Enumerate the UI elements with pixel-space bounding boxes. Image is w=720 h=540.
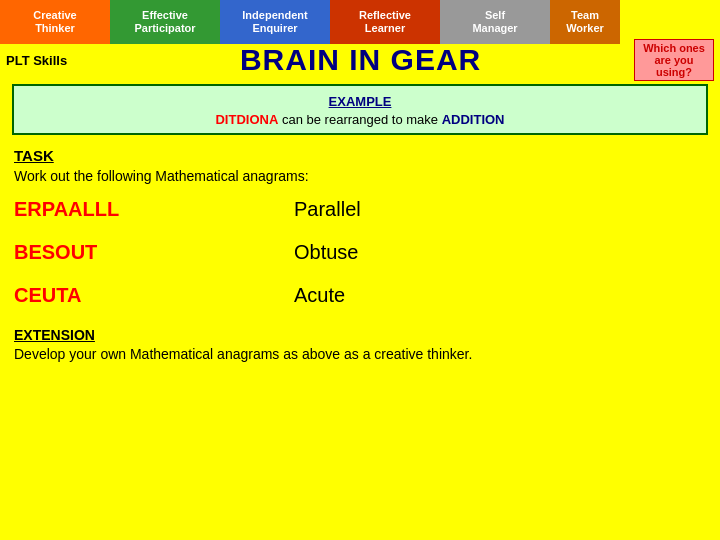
anagram-word-1: ERPAALLL — [14, 198, 234, 221]
which-ones-box: Which ones are you using? — [634, 39, 714, 81]
nav-team-worker[interactable]: Team Worker — [550, 0, 620, 44]
nav-reflective-learner[interactable]: Reflective Learner — [330, 0, 440, 44]
anagram-row-2: BESOUT Obtuse — [14, 241, 706, 264]
top-navigation: Creative Thinker Effective Participator … — [0, 0, 720, 44]
page-title: BRAIN IN GEAR — [87, 43, 634, 77]
ditdiona-word: DITDIONA — [215, 112, 278, 127]
task-label: TASK — [14, 147, 706, 164]
anagram-answer-2: Obtuse — [294, 241, 358, 264]
example-text: DITDIONA can be rearranged to make ADDIT… — [24, 112, 696, 127]
main-content: TASK Work out the following Mathematical… — [0, 141, 720, 371]
extension-text: Develop your own Mathematical anagrams a… — [14, 345, 706, 365]
anagram-word-2: BESOUT — [14, 241, 234, 264]
nav-creative-thinker[interactable]: Creative Thinker — [0, 0, 110, 44]
anagram-row-3: CEUTA Acute — [14, 284, 706, 307]
addition-word: ADDITION — [442, 112, 505, 127]
extension-label: EXTENSION — [14, 327, 706, 343]
anagram-answer-3: Acute — [294, 284, 345, 307]
example-label: EXAMPLE — [24, 92, 696, 110]
plt-skills-label: PLT Skills — [6, 53, 67, 68]
nav-effective-participator[interactable]: Effective Participator — [110, 0, 220, 44]
nav-independent-enquirer[interactable]: Independent Enquirer — [220, 0, 330, 44]
anagram-row-1: ERPAALLL Parallel — [14, 198, 706, 221]
anagram-answer-1: Parallel — [294, 198, 361, 221]
example-box: EXAMPLE DITDIONA can be rearranged to ma… — [12, 84, 708, 135]
task-description: Work out the following Mathematical anag… — [14, 168, 706, 184]
title-row: PLT Skills BRAIN IN GEAR Which ones are … — [0, 44, 720, 76]
anagram-word-3: CEUTA — [14, 284, 234, 307]
nav-self-manager[interactable]: Self Manager — [440, 0, 550, 44]
